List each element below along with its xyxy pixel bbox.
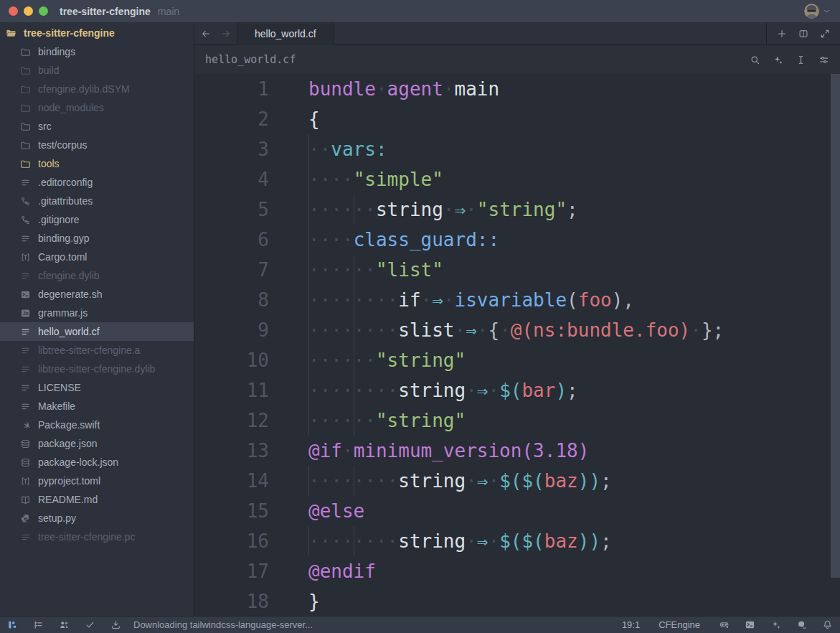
folder-row-src[interactable]: src: [0, 117, 194, 136]
code-line-9[interactable]: 9········slist·⇒·{·@(ns:bundle.foo)·};: [194, 315, 840, 345]
new-file-icon[interactable]: [777, 29, 787, 39]
search-icon[interactable]: [750, 55, 760, 65]
line-content[interactable]: ····"simple": [308, 164, 840, 194]
line-content[interactable]: @else: [308, 496, 840, 526]
scrollbar-thumb[interactable]: [831, 74, 840, 578]
file-row-package-json[interactable]: package.json: [0, 434, 194, 453]
line-content[interactable]: }: [308, 586, 840, 616]
file-row-cargo-toml[interactable]: Cargo.toml: [0, 248, 194, 266]
line-content[interactable]: ········string·⇒·$($(baz));: [308, 466, 840, 496]
file-row-binding-gyp[interactable]: binding.gyp: [0, 229, 194, 248]
zoom-pane-icon[interactable]: [820, 29, 830, 39]
avatar[interactable]: [804, 4, 819, 19]
split-pane-icon[interactable]: [798, 29, 808, 39]
line-content[interactable]: ······"list": [308, 255, 840, 285]
terminal-icon[interactable]: [745, 619, 755, 630]
line-content[interactable]: @if·minimum_version(3.18): [308, 436, 840, 466]
project-name[interactable]: tree-sitter-cfengine: [60, 6, 151, 17]
line-content[interactable]: ········string·⇒·$($(baz));: [308, 526, 840, 556]
file-row--gitignore[interactable]: .gitignore: [0, 210, 194, 229]
tab-hello-world-cf[interactable]: hello_world.cf: [237, 22, 334, 45]
whitespace-dot: ·: [364, 350, 376, 371]
folder-icon: [20, 84, 31, 95]
code-line-4[interactable]: 4····"simple": [194, 164, 840, 194]
chat-icon[interactable]: [796, 619, 807, 630]
scrollbar[interactable]: [831, 74, 840, 616]
code-line-8[interactable]: 8········if·⇒·isvariable(foo),: [194, 285, 840, 315]
project-panel-icon[interactable]: [7, 619, 18, 630]
language-selector[interactable]: CFEngine: [659, 619, 700, 630]
file-row-package-swift[interactable]: Package.swift: [0, 416, 194, 434]
collab-icon[interactable]: [59, 619, 70, 630]
file-row-pyproject-toml[interactable]: pyproject.toml: [0, 472, 194, 490]
line-content[interactable]: {: [308, 104, 840, 134]
code-line-18[interactable]: 18}: [194, 586, 840, 616]
code-line-15[interactable]: 15@else: [194, 496, 840, 526]
code-line-6[interactable]: 6····class_guard::: [194, 225, 840, 255]
folder-row-tree-sitter-cfengine[interactable]: tree-sitter-cfengine: [0, 24, 194, 42]
code-line-16[interactable]: 16········string·⇒·$($(baz));: [194, 526, 840, 556]
breadcrumb[interactable]: hello_world.cf: [205, 53, 296, 66]
file-row-makefile[interactable]: Makefile: [0, 397, 194, 416]
folder-row-tools[interactable]: tools: [0, 154, 194, 173]
line-content[interactable]: ····class_guard::: [308, 225, 840, 255]
file-row-readme-md[interactable]: README.md: [0, 490, 194, 509]
code-line-17[interactable]: 17@endif: [194, 556, 840, 586]
file-row-tree-sitter-cfengine-pc[interactable]: tree-sitter-cfengine.pc: [0, 528, 194, 546]
file-row-license[interactable]: LICENSE: [0, 378, 194, 397]
file-row-libtree-sitter-cfengine-a[interactable]: libtree-sitter-cfengine.a: [0, 341, 194, 360]
chevron-down-icon[interactable]: [822, 6, 831, 16]
code-line-7[interactable]: 7······"list": [194, 255, 840, 285]
code-line-2[interactable]: 2{: [194, 104, 840, 134]
code-line-12[interactable]: 12······"string": [194, 405, 840, 436]
copilot-icon[interactable]: [719, 619, 730, 630]
inline-assist-icon[interactable]: [773, 55, 783, 65]
sparkles-icon[interactable]: [770, 619, 781, 630]
line-content[interactable]: bundle·agent·main: [308, 74, 840, 104]
line-content[interactable]: ········if·⇒·isvariable(foo),: [308, 285, 840, 315]
folder-row-node-modules[interactable]: node_modules: [0, 98, 194, 117]
file-row-hello-world-cf[interactable]: hello_world.cf: [0, 322, 194, 341]
entry-label: Package.swift: [38, 419, 100, 431]
edit-mode-icon[interactable]: [796, 55, 806, 65]
check-icon[interactable]: [85, 619, 95, 630]
code-editor[interactable]: 1bundle·agent·main2{3··vars:4····"simple…: [194, 74, 840, 616]
download-icon[interactable]: [110, 619, 121, 630]
bell-icon[interactable]: [822, 619, 833, 630]
code-line-3[interactable]: 3··vars:: [194, 134, 840, 164]
file-row-grammar-js[interactable]: Jsgrammar.js: [0, 304, 194, 322]
folder-row-bindings[interactable]: bindings: [0, 42, 194, 61]
line-content[interactable]: ··vars:: [308, 134, 840, 164]
line-content[interactable]: ······"string": [308, 345, 840, 375]
line-content[interactable]: ······string·⇒·"string";: [308, 194, 840, 225]
zoom-window-button[interactable]: [39, 6, 48, 16]
file-row-package-lock-json[interactable]: package-lock.json: [0, 453, 194, 472]
navigate-forward-icon[interactable]: [221, 29, 231, 39]
folder-row-build[interactable]: build: [0, 61, 194, 80]
folder-row-test-corpus[interactable]: test/corpus: [0, 136, 194, 154]
file-row-libtree-sitter-cfengine-dylib[interactable]: libtree-sitter-cfengine.dylib: [0, 360, 194, 378]
file-row-cfengine-dylib[interactable]: cfengine.dylib: [0, 266, 194, 285]
code-line-14[interactable]: 14········string·⇒·$($(baz));: [194, 466, 840, 496]
code-line-11[interactable]: 11········string·⇒·$(bar);: [194, 375, 840, 405]
minimize-window-button[interactable]: [24, 6, 33, 16]
cursor-position[interactable]: 19:1: [622, 619, 640, 630]
file-row--gitattributes[interactable]: .gitattributes: [0, 192, 194, 210]
file-row--editorconfig[interactable]: .editorconfig: [0, 173, 194, 192]
line-content[interactable]: ········string·⇒·$(bar);: [308, 375, 840, 405]
line-content[interactable]: ······"string": [308, 405, 840, 436]
code-line-5[interactable]: 5······string·⇒·"string";: [194, 194, 840, 225]
code-line-13[interactable]: 13@if·minimum_version(3.18): [194, 436, 840, 466]
navigate-back-icon[interactable]: [201, 29, 211, 39]
line-content[interactable]: ········slist·⇒·{·@(ns:bundle.foo)·};: [308, 315, 840, 345]
code-line-10[interactable]: 10······"string": [194, 345, 840, 375]
file-row-degenerate-sh[interactable]: degenerate.sh: [0, 285, 194, 304]
folder-row-cfengine-dylib-dsym[interactable]: cfengine.dylib.dSYM: [0, 80, 194, 98]
close-window-button[interactable]: [9, 6, 18, 16]
editor-controls-icon[interactable]: [818, 55, 829, 65]
file-row-setup-py[interactable]: setup.py: [0, 509, 194, 528]
git-branch[interactable]: main: [158, 6, 179, 17]
line-content[interactable]: @endif: [308, 556, 840, 586]
code-line-1[interactable]: 1bundle·agent·main: [194, 74, 840, 104]
outline-icon[interactable]: [33, 619, 44, 630]
